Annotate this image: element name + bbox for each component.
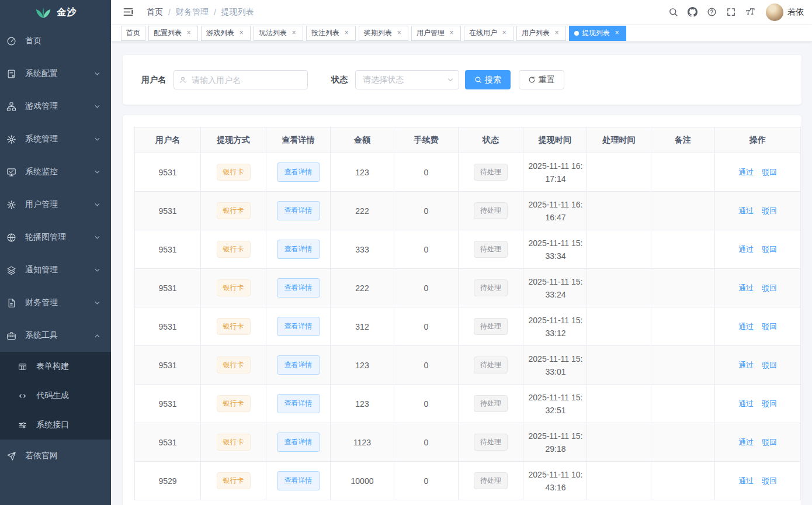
sidebar-item-label: 财务管理 <box>25 298 94 308</box>
withdraw-time: 2025-11-11 15:29:18 <box>527 430 584 455</box>
cell-process-time <box>587 346 651 385</box>
cell-username: 9531 <box>135 307 201 346</box>
reject-link[interactable]: 驳回 <box>762 322 777 331</box>
sidebar-item-system-api[interactable]: 系统接口 <box>0 410 111 440</box>
username-input[interactable] <box>173 70 308 89</box>
tab-close-icon[interactable]: × <box>342 29 351 37</box>
view-detail-button[interactable]: 查看详情 <box>277 433 320 452</box>
approve-link[interactable]: 通过 <box>738 438 754 447</box>
tab-close-icon[interactable]: × <box>290 29 298 37</box>
reject-link[interactable]: 驳回 <box>762 438 777 447</box>
status-badge: 待处理 <box>474 164 508 181</box>
tab-close-icon[interactable]: × <box>500 29 508 37</box>
sidebar-item-code-generator[interactable]: 代码生成 <box>0 381 111 410</box>
tab[interactable]: 游戏列表× <box>201 26 251 41</box>
approve-link[interactable]: 通过 <box>738 476 754 485</box>
sidebar-item-system-tools[interactable]: 系统工具 <box>0 319 111 352</box>
tab-close-icon[interactable]: × <box>185 29 193 37</box>
cell-process-time <box>587 462 651 500</box>
breadcrumb-finance: 财务管理 <box>176 7 209 18</box>
help-icon[interactable] <box>702 0 721 25</box>
view-detail-button[interactable]: 查看详情 <box>277 278 320 298</box>
document-icon <box>6 298 16 308</box>
avatar[interactable] <box>766 4 783 21</box>
tab[interactable]: 用户管理× <box>411 26 461 41</box>
tab-close-icon[interactable]: × <box>553 29 561 37</box>
font-size-icon[interactable] <box>741 0 760 25</box>
tab[interactable]: 投注列表× <box>306 26 356 41</box>
view-detail-button[interactable]: 查看详情 <box>277 162 320 182</box>
status-select[interactable]: 请选择状态 <box>355 70 459 89</box>
sidebar-item-label: 游戏管理 <box>25 101 94 112</box>
reject-link[interactable]: 驳回 <box>762 283 777 292</box>
reject-link[interactable]: 驳回 <box>762 399 777 408</box>
breadcrumb-separator: / <box>168 8 171 17</box>
sidebar-item-system-management[interactable]: 系统管理 <box>0 123 111 155</box>
approve-link[interactable]: 通过 <box>738 399 754 408</box>
header-search-icon[interactable] <box>664 0 683 25</box>
view-detail-button[interactable]: 查看详情 <box>277 394 320 413</box>
tab-close-icon[interactable]: × <box>447 29 456 37</box>
view-detail-button[interactable]: 查看详情 <box>277 240 320 259</box>
tab-label: 玩法列表 <box>259 28 287 38</box>
reset-button[interactable]: 重置 <box>519 70 564 89</box>
tab-close-icon[interactable]: × <box>237 29 245 37</box>
tab[interactable]: 玩法列表× <box>254 26 303 41</box>
tab-close-icon[interactable]: × <box>613 29 621 37</box>
withdraw-time: 2025-11-11 15:33:12 <box>527 314 584 340</box>
user-name[interactable]: 若依 <box>787 7 804 18</box>
github-icon[interactable] <box>683 0 702 25</box>
cell-fee: 0 <box>394 269 459 307</box>
sidebar-item-system-monitor[interactable]: 系统监控 <box>0 155 111 188</box>
sidebar-item-home[interactable]: 首页 <box>0 25 111 57</box>
tab[interactable]: 在线用户× <box>464 26 513 41</box>
view-detail-button[interactable]: 查看详情 <box>277 201 320 220</box>
col-amount: 金额 <box>331 127 394 153</box>
search-button[interactable]: 搜索 <box>465 70 511 89</box>
tab-active[interactable]: 提现列表× <box>569 26 626 41</box>
reject-link[interactable]: 驳回 <box>762 206 777 215</box>
view-detail-button[interactable]: 查看详情 <box>277 471 320 490</box>
reject-link[interactable]: 驳回 <box>762 168 777 177</box>
sidebar-item-carousel-management[interactable]: 轮播图管理 <box>0 221 111 254</box>
approve-link[interactable]: 通过 <box>738 245 754 254</box>
username-label: 用户名 <box>141 75 166 85</box>
cell-actions: 通过 驳回 <box>715 153 801 192</box>
sidebar-item-finance-management[interactable]: 财务管理 <box>0 286 111 319</box>
main-area: 首页 / 财务管理 / 提现列表 若依 首页配置列表× <box>111 0 812 505</box>
cell-method: 银行卡 <box>201 346 266 385</box>
sidebar-toggle-icon[interactable] <box>119 4 137 20</box>
sidebar-item-system-config[interactable]: 系统配置 <box>0 57 111 90</box>
approve-link[interactable]: 通过 <box>738 206 754 215</box>
fullscreen-icon[interactable] <box>721 0 741 25</box>
chevron-up-icon <box>94 333 100 339</box>
cell-amount: 10000 <box>331 462 394 500</box>
view-detail-button[interactable]: 查看详情 <box>277 355 320 375</box>
chevron-down-icon <box>94 234 100 241</box>
view-detail-button[interactable]: 查看详情 <box>277 317 320 336</box>
status-select-placeholder: 请选择状态 <box>363 75 404 85</box>
sidebar-item-game-management[interactable]: 游戏管理 <box>0 90 111 123</box>
tab[interactable]: 配置列表× <box>148 26 198 41</box>
sidebar-item-notice-management[interactable]: 通知管理 <box>0 254 111 286</box>
tab[interactable]: 用户列表× <box>516 26 566 41</box>
tab-label: 奖期列表 <box>364 28 392 38</box>
approve-link[interactable]: 通过 <box>738 283 754 292</box>
sidebar-item-user-management[interactable]: 用户管理 <box>0 188 111 221</box>
cell-process-time <box>587 192 651 230</box>
reject-link[interactable]: 驳回 <box>762 476 777 485</box>
approve-link[interactable]: 通过 <box>738 168 754 177</box>
tab[interactable]: 奖期列表× <box>359 26 408 41</box>
sidebar-item-form-builder[interactable]: 表单构建 <box>0 352 111 381</box>
sidebar-item-official-site[interactable]: 若依官网 <box>0 440 111 472</box>
reject-link[interactable]: 驳回 <box>762 245 777 254</box>
reject-link[interactable]: 驳回 <box>762 361 777 369</box>
approve-link[interactable]: 通过 <box>738 361 754 369</box>
tab[interactable]: 首页 <box>121 26 145 41</box>
approve-link[interactable]: 通过 <box>738 322 754 331</box>
cell-method: 银行卡 <box>201 153 266 192</box>
breadcrumb-home[interactable]: 首页 <box>147 7 163 18</box>
sidebar-item-label: 若依官网 <box>25 451 105 461</box>
tab-close-icon[interactable]: × <box>395 29 403 37</box>
sidebar-menu: 首页 系统配置 游戏管理 系统管理 系 <box>0 25 111 472</box>
